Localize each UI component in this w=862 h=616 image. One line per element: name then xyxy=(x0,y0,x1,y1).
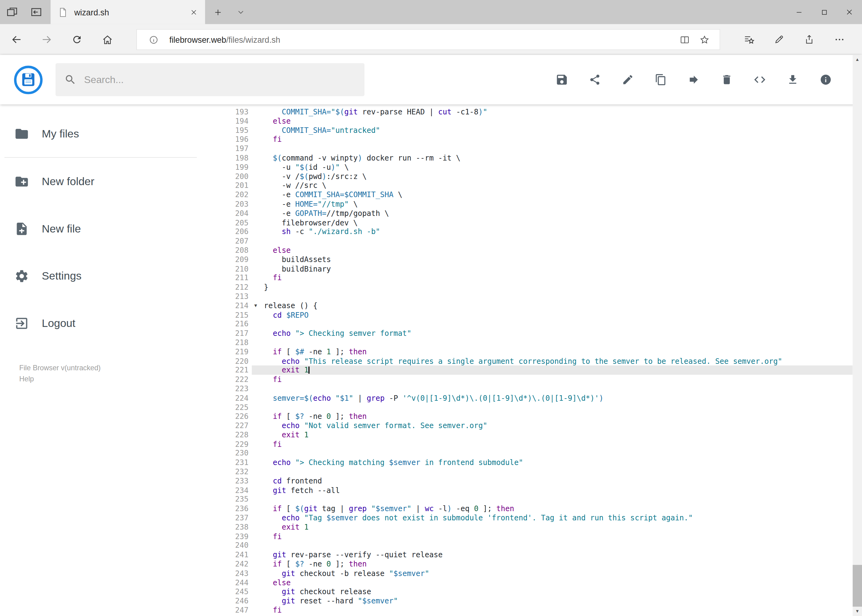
code-line-content[interactable]: ▾release () { xyxy=(252,301,853,310)
code-line-content[interactable]: echo "Not valid semver format. See semve… xyxy=(252,421,853,430)
code-line[interactable]: 225 xyxy=(220,402,853,412)
code-line[interactable]: 199 -u "$(id -u)" \ xyxy=(220,163,853,172)
code-line[interactable]: 234 git fetch --all xyxy=(220,486,853,495)
code-line-content[interactable]: cd $REPO xyxy=(252,310,853,319)
code-line-content[interactable]: -w //src \ xyxy=(252,181,853,190)
hub-favorites-icon[interactable] xyxy=(737,27,761,52)
scrollbar-down-arrow-icon[interactable]: ▼ xyxy=(853,607,862,616)
line-number[interactable]: 225 xyxy=(220,402,252,412)
code-editor[interactable]: 193 COMMIT_SHA="$(git rev-parse HEAD | c… xyxy=(220,104,853,616)
code-line[interactable]: 223 xyxy=(220,384,853,393)
code-line[interactable]: 211 fi xyxy=(220,273,853,283)
line-number[interactable]: 227 xyxy=(220,421,252,430)
code-line[interactable]: 216 xyxy=(220,319,853,329)
line-number[interactable]: 226 xyxy=(220,412,252,421)
line-number[interactable]: 240 xyxy=(220,541,252,550)
code-line-content[interactable]: -u "$(id -u)" \ xyxy=(252,163,853,172)
code-line[interactable]: 235 xyxy=(220,495,853,504)
line-number[interactable]: 224 xyxy=(220,393,252,402)
sidebar-item-settings[interactable]: Settings xyxy=(0,252,220,300)
line-number[interactable]: 231 xyxy=(220,458,252,467)
code-line-content[interactable]: -e COMMIT_SHA=$COMMIT_SHA \ xyxy=(252,190,853,200)
search-box[interactable] xyxy=(55,63,364,96)
code-line-content[interactable]: echo "> Checking matching $semver in fro… xyxy=(252,458,853,467)
code-line-content[interactable] xyxy=(252,292,853,301)
save-button[interactable] xyxy=(551,69,573,90)
site-info-icon[interactable] xyxy=(143,30,163,49)
delete-button[interactable] xyxy=(716,69,738,90)
code-line[interactable]: 237 echo "Tag $semver does not exist in … xyxy=(220,513,853,523)
sidebar-item-my-files[interactable]: My files xyxy=(0,110,220,157)
code-line[interactable]: 218 xyxy=(220,338,853,347)
code-line-content[interactable]: git fetch --all xyxy=(252,486,853,495)
code-line-content[interactable]: COMMIT_SHA="untracked" xyxy=(252,126,853,135)
code-line[interactable]: 246 git reset --hard "$semver" xyxy=(220,596,853,605)
line-number[interactable]: 245 xyxy=(220,587,252,596)
code-line[interactable]: 247 fi xyxy=(220,605,853,615)
line-number[interactable]: 222 xyxy=(220,375,252,384)
page-scrollbar[interactable]: ▲ ▼ xyxy=(853,55,862,616)
line-number[interactable]: 234 xyxy=(220,486,252,495)
code-line[interactable]: 213 xyxy=(220,292,853,301)
line-number[interactable]: 209 xyxy=(220,255,252,264)
info-button[interactable] xyxy=(815,69,837,90)
code-line[interactable]: 210 buildBinary xyxy=(220,264,853,273)
refresh-icon[interactable] xyxy=(65,27,89,52)
code-line[interactable]: 240 xyxy=(220,541,853,550)
line-number[interactable]: 204 xyxy=(220,209,252,218)
line-number[interactable]: 198 xyxy=(220,153,252,162)
code-line-content[interactable]: filebrowser/dev \ xyxy=(252,218,853,227)
web-note-pen-icon[interactable] xyxy=(767,27,791,52)
line-number[interactable]: 213 xyxy=(220,292,252,301)
code-line-content[interactable] xyxy=(252,541,853,550)
code-line[interactable]: 227 echo "Not valid semver format. See s… xyxy=(220,421,853,430)
line-number[interactable]: 196 xyxy=(220,135,252,144)
copy-button[interactable] xyxy=(650,69,672,90)
code-line-content[interactable]: echo "This release script requires a sin… xyxy=(252,357,853,366)
code-line[interactable]: 228 exit 1 xyxy=(220,430,853,440)
url-text[interactable]: filebrowser.web/files/wizard.sh xyxy=(169,35,280,44)
code-line[interactable]: 242 if [ $? -ne 0 ]; then xyxy=(220,559,853,569)
line-number[interactable]: 242 xyxy=(220,559,252,569)
minimize-icon[interactable] xyxy=(786,0,812,24)
address-bar[interactable]: filebrowser.web/files/wizard.sh xyxy=(136,29,720,50)
code-line-content[interactable]: fi xyxy=(252,532,853,541)
code-line[interactable]: 221 exit 1 xyxy=(220,366,853,375)
line-number[interactable]: 217 xyxy=(220,329,252,338)
tab-actions-chevron-icon[interactable] xyxy=(230,0,251,24)
line-number[interactable]: 203 xyxy=(220,200,252,209)
share-icon[interactable] xyxy=(797,27,821,52)
code-line-content[interactable]: cd frontend xyxy=(252,476,853,486)
rename-button[interactable] xyxy=(617,69,638,90)
line-number[interactable]: 238 xyxy=(220,523,252,532)
sidebar-item-new-file[interactable]: New file xyxy=(0,205,220,252)
move-button[interactable] xyxy=(683,69,705,90)
share-file-button[interactable] xyxy=(584,69,606,90)
line-number[interactable]: 218 xyxy=(220,338,252,347)
sidebar-item-new-folder[interactable]: New folder xyxy=(0,158,220,205)
tab-preview-icon[interactable] xyxy=(0,0,24,24)
code-line-content[interactable]: git checkout release xyxy=(252,587,853,596)
forward-icon[interactable] xyxy=(35,27,59,52)
line-number[interactable]: 235 xyxy=(220,495,252,504)
line-number[interactable]: 223 xyxy=(220,384,252,393)
code-line-content[interactable]: $(command -v winpty) docker run --rm -it… xyxy=(252,153,853,162)
code-line-content[interactable]: } xyxy=(252,283,853,292)
code-line-content[interactable]: fi xyxy=(252,440,853,449)
code-line[interactable]: 222 fi xyxy=(220,375,853,384)
back-icon[interactable] xyxy=(4,27,28,52)
code-line-content[interactable] xyxy=(252,467,853,476)
code-line[interactable]: 195 COMMIT_SHA="untracked" xyxy=(220,126,853,135)
code-line-content[interactable]: exit 1 xyxy=(252,366,853,375)
scrollbar-thumb[interactable] xyxy=(853,565,862,607)
fold-marker-icon[interactable]: ▾ xyxy=(252,301,259,310)
code-line-content[interactable]: buildBinary xyxy=(252,264,853,273)
add-favorite-star-icon[interactable] xyxy=(694,30,714,49)
code-line-content[interactable]: git reset --hard "$semver" xyxy=(252,596,853,605)
code-line[interactable]: 233 cd frontend xyxy=(220,476,853,486)
code-line[interactable]: 208 else xyxy=(220,246,853,255)
sidebar-item-logout[interactable]: Logout xyxy=(0,300,220,347)
line-number[interactable]: 206 xyxy=(220,227,252,236)
line-number[interactable]: 215 xyxy=(220,310,252,319)
code-line[interactable]: 245 git checkout release xyxy=(220,587,853,596)
